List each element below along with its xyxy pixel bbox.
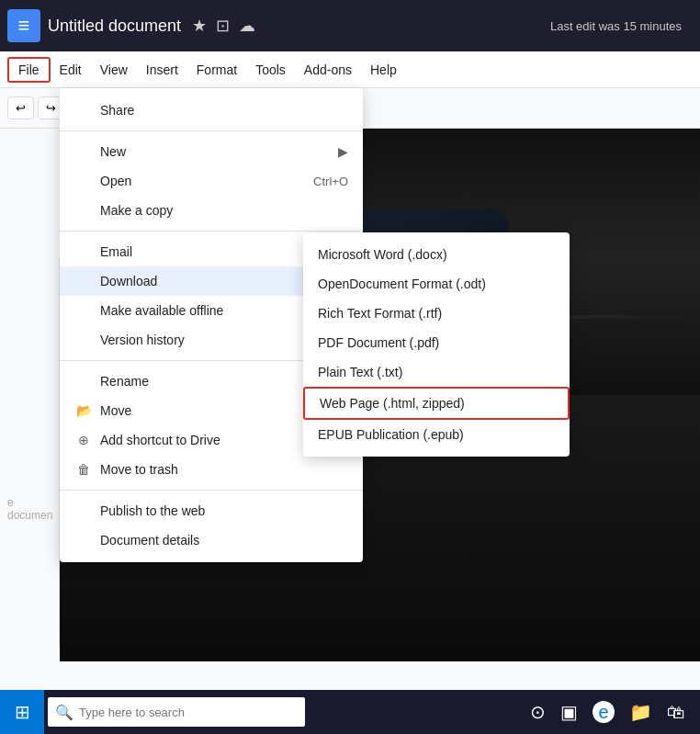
menu-trash[interactable]: 🗑 Move to trash: [60, 455, 363, 484]
star-icon[interactable]: ★: [192, 16, 207, 36]
taskbar-system-icons: ⊙ ▣ e 📁 🛍: [530, 701, 700, 723]
download-submenu: Microsoft Word (.docx) OpenDocument Form…: [303, 232, 570, 457]
taskbar-folder-icon[interactable]: 📁: [629, 701, 652, 723]
trash-icon: 🗑: [74, 462, 93, 477]
menu-item-edit[interactable]: Edit: [51, 59, 91, 81]
menu-copy[interactable]: Make a copy: [60, 196, 363, 225]
dl-word[interactable]: Microsoft Word (.docx): [303, 240, 570, 269]
menu-item-insert[interactable]: Insert: [137, 59, 187, 81]
cloud-icon[interactable]: ☁: [239, 16, 255, 36]
sidebar-doc-label: e documen: [7, 496, 59, 522]
menu-new[interactable]: New ▶: [60, 137, 363, 166]
taskbar-window-icon[interactable]: ▣: [560, 701, 578, 723]
open-shortcut: Ctrl+O: [313, 175, 348, 188]
taskbar: ⊞ 🔍 ⊙ ▣ e 📁 🛍: [0, 690, 700, 734]
taskbar-search-input[interactable]: [79, 706, 281, 719]
menu-details[interactable]: Document details: [60, 525, 363, 555]
divider-1: [60, 130, 363, 131]
move-label: Move: [100, 403, 131, 418]
menu-item-help[interactable]: Help: [361, 59, 406, 81]
version-label: Version history: [100, 333, 185, 347]
menu-item-view[interactable]: View: [91, 59, 137, 81]
taskbar-store-icon[interactable]: 🛍: [667, 702, 685, 723]
taskbar-search-bar[interactable]: 🔍: [48, 697, 305, 727]
offline-label: Make available offline: [100, 303, 223, 318]
gdocs-logo-icon: ≡: [18, 14, 30, 38]
windows-icon: ⊞: [15, 701, 30, 723]
dl-txt[interactable]: Plain Text (.txt): [303, 357, 570, 387]
copy-label: Make a copy: [100, 203, 173, 218]
publish-label: Publish to the web: [100, 503, 205, 518]
doc-title: Untitled document: [48, 17, 181, 36]
menu-share[interactable]: Share: [60, 96, 363, 125]
dl-odt[interactable]: OpenDocument Format (.odt): [303, 269, 570, 299]
taskbar-circle-icon[interactable]: ⊙: [530, 701, 546, 723]
last-edit-text: Last edit was 15 minutes: [550, 19, 693, 33]
move-icon: 📂: [74, 403, 93, 418]
menu-item-tools[interactable]: Tools: [246, 59, 295, 81]
taskbar-edge-icon[interactable]: e: [593, 701, 615, 723]
start-button[interactable]: ⊞: [0, 690, 44, 734]
dl-html[interactable]: Web Page (.html, zipped): [303, 387, 570, 420]
title-bar: ≡ Untitled document ★ ⊡ ☁ Last edit was …: [0, 0, 700, 51]
rename-label: Rename: [100, 374, 149, 389]
dl-epub[interactable]: EPUB Publication (.epub): [303, 420, 570, 449]
divider-4: [60, 490, 363, 491]
new-arrow-icon: ▶: [338, 144, 348, 159]
share-label: Share: [100, 103, 134, 118]
sidebar-left: e documen: [0, 257, 60, 646]
search-icon: 🔍: [55, 704, 73, 721]
dl-rtf[interactable]: Rich Text Format (.rtf): [303, 299, 570, 328]
menu-bar: File Edit View Insert Format Tools Add-o…: [0, 51, 700, 88]
gdocs-logo: ≡: [7, 9, 40, 42]
shortcut-icon: ⊕: [74, 433, 93, 447]
menu-open[interactable]: Open Ctrl+O: [60, 166, 363, 196]
folder-icon[interactable]: ⊡: [216, 16, 230, 36]
divider-2: [60, 231, 363, 231]
open-label: Open: [100, 174, 131, 188]
download-label: Download: [100, 274, 157, 288]
undo-button[interactable]: ↩: [7, 96, 34, 119]
new-label: New: [100, 144, 126, 159]
shortcut-label: Add shortcut to Drive: [100, 433, 220, 447]
email-label: Email: [100, 244, 132, 259]
title-icons: ★ ⊡ ☁: [192, 16, 255, 36]
menu-item-file[interactable]: File: [7, 57, 51, 83]
trash-label: Move to trash: [100, 462, 178, 477]
details-label: Document details: [100, 533, 199, 548]
dl-pdf[interactable]: PDF Document (.pdf): [303, 328, 570, 357]
menu-publish[interactable]: Publish to the web: [60, 496, 363, 525]
menu-item-format[interactable]: Format: [187, 59, 246, 81]
menu-item-addons[interactable]: Add-ons: [295, 59, 361, 81]
